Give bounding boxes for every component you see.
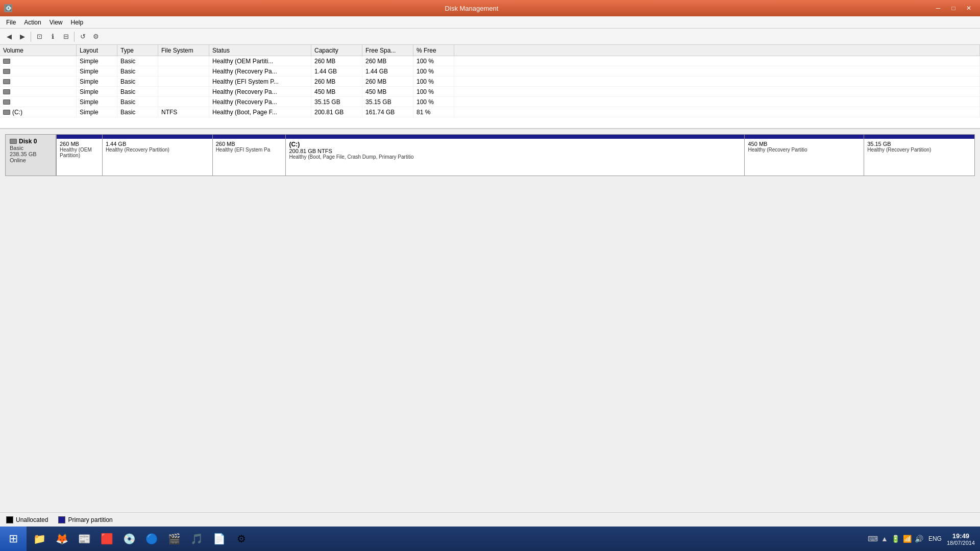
disk-label-icon: Disk 0 — [10, 138, 52, 145]
list-cell — [158, 66, 209, 76]
list-cell — [0, 87, 77, 96]
list-cell: 260 MB — [311, 77, 362, 86]
table-row[interactable]: SimpleBasicHealthy (Recovery Pa...450 MB… — [0, 87, 980, 97]
col-header-volume[interactable]: Volume — [0, 45, 77, 56]
partition[interactable]: 450 MBHealthy (Recovery Partitio — [745, 135, 864, 176]
list-cell: Simple — [77, 97, 117, 107]
legend-swatch-primary — [58, 516, 65, 523]
menu-view[interactable]: View — [45, 18, 67, 27]
list-cell: Basic — [117, 77, 158, 86]
list-cell — [0, 97, 77, 107]
list-cell — [158, 77, 209, 86]
list-cell — [454, 66, 980, 76]
disk-label: Disk 0Basic238.35 GBOnline — [5, 134, 56, 176]
list-cell — [0, 77, 77, 86]
back-button[interactable]: ◀ — [3, 31, 15, 43]
disk-size: 238.35 GB — [10, 151, 52, 157]
menu-help[interactable]: Help — [67, 18, 88, 27]
taskbar-app-7[interactable]: 🎵 — [186, 529, 207, 549]
toolbar-btn-4[interactable]: ℹ — [46, 31, 59, 43]
clock[interactable]: 19:49 18/07/2014 — [947, 532, 975, 546]
partition[interactable]: 260 MBHealthy (EFI System Pa — [213, 135, 286, 176]
list-cell: 35.15 GB — [362, 97, 413, 107]
col-header-free[interactable]: Free Spa... — [362, 45, 413, 56]
col-header-pctfree[interactable]: % Free — [413, 45, 454, 56]
list-cell — [0, 66, 77, 76]
disk-view-area: Disk 0Basic238.35 GBOnline260 MBHealthy … — [0, 129, 980, 527]
taskbar-app-9[interactable]: ⚙ — [231, 529, 252, 549]
taskbar-app-6[interactable]: 🎬 — [163, 529, 185, 549]
toolbar-separator-1 — [31, 32, 31, 42]
table-row[interactable]: SimpleBasicHealthy (OEM Partiti...260 MB… — [0, 56, 980, 66]
list-cell — [454, 56, 980, 66]
table-row[interactable]: SimpleBasicHealthy (EFI System P...260 M… — [0, 77, 980, 87]
list-cell: 161.74 GB — [362, 107, 413, 117]
partition-header — [57, 135, 102, 139]
toolbar-btn-5[interactable]: ⊟ — [60, 31, 72, 43]
menu-file[interactable]: File — [2, 18, 20, 27]
toolbar-btn-6[interactable]: ↺ — [77, 31, 89, 43]
disk-status: Online — [10, 157, 52, 163]
taskbar-app-5[interactable]: 🔵 — [141, 529, 162, 549]
title-bar: 💽 Disk Management ─ □ ✕ — [0, 0, 980, 16]
language-button[interactable]: ENG — [926, 534, 944, 543]
list-cell: 35.15 GB — [311, 97, 362, 107]
col-header-fs[interactable]: File System — [158, 45, 209, 56]
list-cell: Simple — [77, 107, 117, 117]
list-cell: 100 % — [413, 56, 454, 66]
close-button[interactable]: ✕ — [962, 3, 976, 14]
table-row[interactable]: SimpleBasicHealthy (Recovery Pa...1.44 G… — [0, 66, 980, 77]
partition-status: Healthy (Recovery Partitio — [748, 147, 861, 153]
minimize-button[interactable]: ─ — [931, 3, 945, 14]
disk-type: Basic — [10, 145, 52, 151]
list-cell — [454, 87, 980, 96]
partition-header — [745, 135, 864, 139]
volume-icon[interactable]: 🔊 — [915, 535, 923, 543]
list-cell — [158, 87, 209, 96]
col-header-status[interactable]: Status — [209, 45, 311, 56]
list-cell: 260 MB — [362, 56, 413, 66]
toolbar-btn-3[interactable]: ⊡ — [33, 31, 45, 43]
partition-size: 450 MB — [748, 141, 861, 147]
toolbar-btn-7[interactable]: ⚙ — [90, 31, 102, 43]
partition[interactable]: 260 MBHealthy (OEM Partition) — [57, 135, 103, 176]
taskbar-app-1[interactable]: 🦊 — [51, 529, 72, 549]
col-header-capacity[interactable]: Capacity — [311, 45, 362, 56]
taskbar-app-4[interactable]: 💿 — [118, 529, 140, 549]
disk-icon — [3, 110, 10, 115]
menu-action[interactable]: Action — [20, 18, 45, 27]
list-cell — [454, 107, 980, 117]
clock-time: 19:49 — [947, 532, 975, 540]
list-cell — [158, 97, 209, 107]
list-cell: Healthy (Recovery Pa... — [209, 87, 311, 96]
partition-status: Healthy (OEM Partition) — [60, 147, 99, 158]
partition-header — [213, 135, 286, 139]
list-view: Volume Layout Type File System Status Ca… — [0, 45, 980, 129]
list-cell: 260 MB — [362, 77, 413, 86]
toolbar: ◀ ▶ ⊡ ℹ ⊟ ↺ ⚙ — [0, 29, 980, 45]
list-cell: Healthy (OEM Partiti... — [209, 56, 311, 66]
col-header-layout[interactable]: Layout — [77, 45, 117, 56]
partition[interactable]: (C:)200.81 GB NTFSHealthy (Boot, Page Fi… — [286, 135, 745, 176]
col-header-type[interactable]: Type — [117, 45, 158, 56]
list-rows-container: SimpleBasicHealthy (OEM Partiti...260 MB… — [0, 56, 980, 117]
partition-header — [286, 135, 744, 139]
partition[interactable]: 1.44 GBHealthy (Recovery Partition) — [103, 135, 213, 176]
maximize-button[interactable]: □ — [946, 3, 961, 14]
list-cell: Healthy (Recovery Pa... — [209, 97, 311, 107]
start-button[interactable]: ⊞ — [0, 527, 27, 551]
tray-arrow[interactable]: ▲ — [881, 535, 888, 543]
taskbar-app-8[interactable]: 📄 — [208, 529, 230, 549]
partition[interactable]: 35.15 GBHealthy (Recovery Partition) — [864, 135, 974, 176]
list-cell: 1.44 GB — [311, 66, 362, 76]
taskbar-app-2[interactable]: 📰 — [74, 529, 95, 549]
menu-bar: File Action View Help — [0, 16, 980, 29]
taskbar-app-3[interactable]: 🟥 — [96, 529, 117, 549]
table-row[interactable]: (C:)SimpleBasicNTFSHealthy (Boot, Page F… — [0, 107, 980, 117]
forward-button[interactable]: ▶ — [16, 31, 29, 43]
partition-size: 200.81 GB NTFS — [289, 148, 741, 154]
legend-bar: Unallocated Primary partition — [0, 512, 980, 527]
taskbar-app-0[interactable]: 📁 — [29, 529, 50, 549]
partition-size: 35.15 GB — [867, 141, 971, 147]
table-row[interactable]: SimpleBasicHealthy (Recovery Pa...35.15 … — [0, 97, 980, 107]
